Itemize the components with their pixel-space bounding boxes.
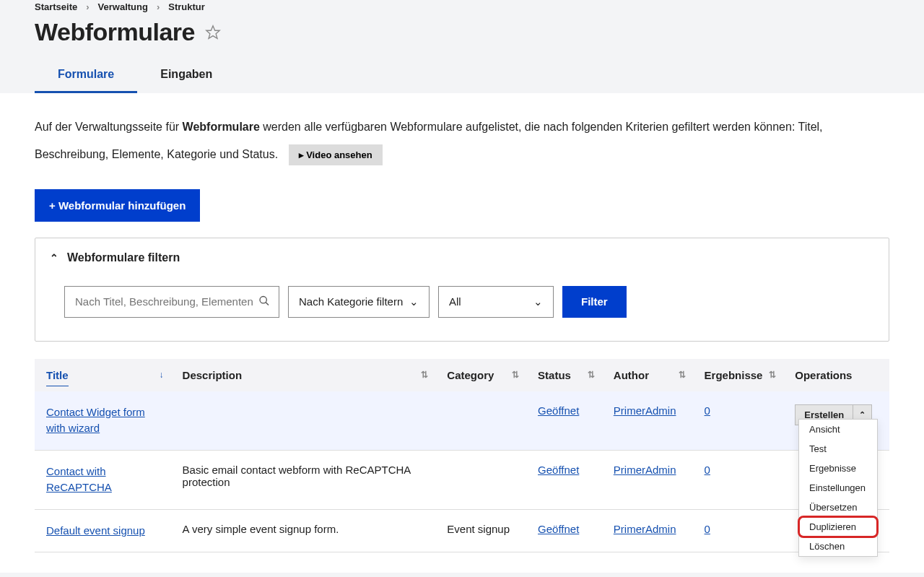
sort-down-icon: ↓ bbox=[160, 370, 164, 380]
form-category bbox=[435, 391, 526, 451]
dropdown-view[interactable]: Ansicht bbox=[799, 420, 877, 439]
breadcrumb-home[interactable]: Startseite bbox=[35, 1, 77, 12]
form-category bbox=[435, 450, 526, 509]
chevron-down-icon: ⌄ bbox=[533, 295, 543, 308]
chevron-down-icon: ⌄ bbox=[409, 295, 419, 308]
filter-apply-button[interactable]: Filter bbox=[562, 286, 627, 318]
tabs: Formulare Eingaben bbox=[35, 59, 889, 93]
col-category[interactable]: Category ⇅ bbox=[435, 359, 526, 391]
category-select[interactable]: Nach Kategorie filtern ⌄ bbox=[288, 286, 430, 318]
operations-dropdown: Ansicht Test Ergebnisse Einstellungen Üb… bbox=[798, 419, 878, 557]
table-row: Contact with ReCAPTCHA Basic email conta… bbox=[35, 450, 889, 509]
form-title-link[interactable]: Contact with ReCAPTCHA bbox=[46, 464, 160, 496]
col-operations: Operations bbox=[783, 359, 889, 391]
sort-icon: ⇅ bbox=[769, 370, 776, 380]
form-status-link[interactable]: Geöffnet bbox=[538, 523, 579, 535]
search-input[interactable] bbox=[75, 295, 269, 308]
sort-icon: ⇅ bbox=[588, 370, 595, 380]
watch-video-button[interactable]: ▸ Video ansehen bbox=[289, 144, 383, 165]
form-title-link[interactable]: Default event signup bbox=[46, 523, 145, 539]
form-author-link[interactable]: PrimerAdmin bbox=[614, 523, 676, 535]
dropdown-duplicate[interactable]: Duplizieren bbox=[799, 517, 877, 537]
form-status-link[interactable]: Geöffnet bbox=[538, 464, 579, 476]
webforms-table: Title ↓ Description ⇅ Category ⇅ Status … bbox=[35, 359, 889, 553]
tab-submissions[interactable]: Eingaben bbox=[137, 59, 235, 93]
table-row: Default event signup A very simple event… bbox=[35, 509, 889, 552]
sort-icon: ⇅ bbox=[512, 370, 519, 380]
search-icon bbox=[258, 295, 270, 308]
breadcrumb-admin[interactable]: Verwaltung bbox=[98, 1, 148, 12]
filter-panel: ⌃ Webformulare filtern Nach Kategorie fi… bbox=[35, 238, 889, 342]
chevron-up-icon: ⌃ bbox=[50, 252, 58, 264]
tab-forms[interactable]: Formulare bbox=[35, 59, 137, 93]
form-author-link[interactable]: PrimerAdmin bbox=[614, 404, 676, 417]
chevron-right-icon: › bbox=[157, 1, 160, 12]
sort-icon: ⇅ bbox=[421, 370, 428, 380]
breadcrumb-structure[interactable]: Struktur bbox=[168, 1, 205, 12]
page-title: Webformulare bbox=[35, 18, 195, 46]
dropdown-delete[interactable]: Löschen bbox=[799, 537, 877, 556]
form-description bbox=[171, 391, 436, 451]
dropdown-translate[interactable]: Übersetzen bbox=[799, 498, 877, 517]
form-category: Event signup bbox=[435, 509, 526, 552]
form-title-link[interactable]: Contact Widget form with wizard bbox=[46, 404, 160, 437]
search-input-wrapper bbox=[64, 286, 279, 318]
col-description[interactable]: Description ⇅ bbox=[171, 359, 436, 391]
col-status[interactable]: Status ⇅ bbox=[526, 359, 602, 391]
form-author-link[interactable]: PrimerAdmin bbox=[614, 464, 676, 476]
dropdown-settings[interactable]: Einstellungen bbox=[799, 478, 877, 498]
add-webform-button[interactable]: + Webformular hinzufügen bbox=[35, 189, 200, 222]
form-description: A very simple event signup form. bbox=[171, 509, 436, 552]
breadcrumb: Startseite › Verwaltung › Struktur bbox=[35, 0, 889, 12]
intro-text: Auf der Verwaltungsseite für Webformular… bbox=[35, 113, 889, 169]
filter-toggle[interactable]: ⌃ Webformulare filtern bbox=[50, 251, 874, 264]
form-results-link[interactable]: 0 bbox=[705, 464, 710, 476]
dropdown-test[interactable]: Test bbox=[799, 439, 877, 459]
form-results-link[interactable]: 0 bbox=[705, 404, 710, 417]
col-title[interactable]: Title ↓ bbox=[35, 359, 171, 391]
form-results-link[interactable]: 0 bbox=[705, 523, 710, 535]
table-row: Contact Widget form with wizard Geöffnet… bbox=[35, 391, 889, 451]
svg-marker-0 bbox=[206, 25, 219, 38]
favorite-star-icon[interactable] bbox=[205, 25, 221, 40]
col-results[interactable]: Ergebnisse ⇅ bbox=[693, 359, 784, 391]
status-select[interactable]: All ⌄ bbox=[438, 286, 554, 318]
dropdown-results[interactable]: Ergebnisse bbox=[799, 459, 877, 478]
svg-point-1 bbox=[260, 296, 266, 303]
form-description: Basic email contact webform with ReCAPTC… bbox=[171, 450, 436, 509]
sort-icon: ⇅ bbox=[679, 370, 686, 380]
chevron-right-icon: › bbox=[86, 1, 89, 12]
col-author[interactable]: Author ⇅ bbox=[602, 359, 693, 391]
form-status-link[interactable]: Geöffnet bbox=[538, 404, 579, 417]
svg-line-2 bbox=[266, 302, 269, 305]
